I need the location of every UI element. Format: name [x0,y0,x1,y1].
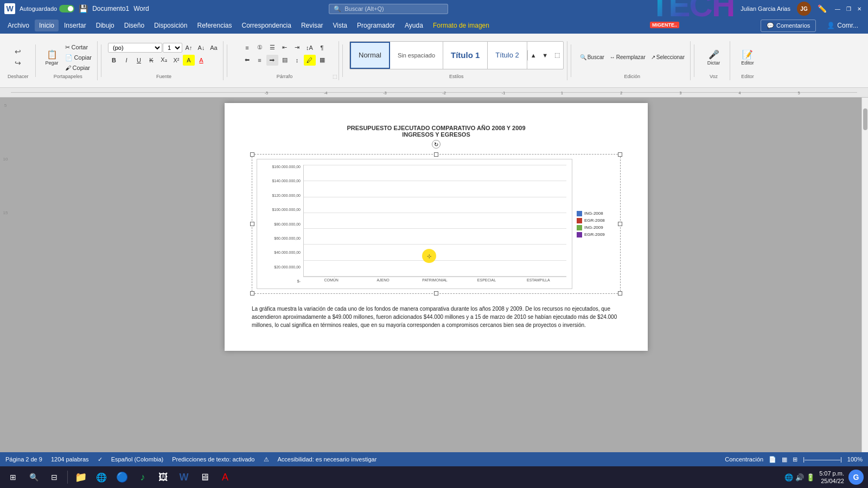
handle-bottom-left[interactable] [250,291,254,296]
style-no-space[interactable]: Sin espaciado [390,42,443,69]
menu-ayuda[interactable]: Ayuda [400,20,427,31]
share-button[interactable]: 👤 Comr... [820,20,865,31]
style-title2[interactable]: Título 2 [488,42,527,69]
network-icon[interactable]: 🌐 [784,473,793,481]
clear-format-button[interactable]: Aa [208,42,220,53]
select-button[interactable]: ↗ Seleccionar [649,53,687,61]
menu-dibujo[interactable]: Dibujo [92,20,119,31]
italic-button[interactable]: I [120,55,132,66]
menu-programador[interactable]: Programador [353,20,399,31]
font-name-selector[interactable]: (po) [108,43,162,53]
undo-button[interactable]: ↩ [11,46,24,57]
menu-revisar[interactable]: Revisar [297,20,328,31]
paste-button[interactable]: 📋 Pegar [42,48,62,67]
menu-correspondencia[interactable]: Correspondencia [238,20,296,31]
zoom-bar[interactable]: |——————| [803,456,842,463]
bold-button[interactable]: B [108,55,120,66]
handle-top-right[interactable] [618,152,622,157]
g-account-button[interactable]: G [848,470,864,485]
layout-icon-3[interactable]: ⊞ [793,456,797,463]
paragraph-expand-icon[interactable]: ⬚ [333,74,337,79]
redo-button[interactable]: ↪ [11,57,24,68]
minimize-button[interactable]: — [833,4,842,13]
restore-button[interactable]: ❐ [844,4,853,13]
borders-button[interactable]: ▦ [316,55,328,66]
decrease-indent-button[interactable]: ⇤ [279,42,291,53]
battery-icon[interactable]: 🔋 [806,473,815,481]
superscript-button[interactable]: X² [170,55,182,66]
scroll-thumb[interactable] [863,108,867,130]
format-paint-button[interactable]: 🖌 Copiar [63,63,94,72]
editor-button[interactable]: 📝 Editor [738,48,757,67]
handle-middle-left[interactable] [250,222,254,226]
menu-disposicion[interactable]: Disposición [150,20,192,31]
styles-expand[interactable]: ⬚ [551,50,563,61]
increase-font-button[interactable]: A↑ [183,42,195,53]
decrease-font-button[interactable]: A↓ [195,42,207,53]
acrobat-button[interactable]: A [216,468,234,486]
menu-inicio[interactable]: Inicio [35,20,59,31]
copy-button[interactable]: 📄 Copiar [63,53,94,62]
start-button[interactable]: ⊞ [4,468,22,486]
handle-top-middle[interactable] [434,152,438,157]
menu-diseno[interactable]: Diseño [120,20,149,31]
document-scroll-area[interactable]: PRESUPUESTO EJECUTADO COMPARATIVO AÑO 20… [11,98,861,452]
rotate-handle[interactable]: ↻ [432,140,441,149]
close-button[interactable]: ✕ [855,4,864,13]
handle-bottom-middle[interactable] [434,291,438,296]
spotify-button[interactable]: ♪ [134,468,151,486]
strikethrough-button[interactable]: K [145,55,157,66]
photos-button[interactable]: 🖼 [155,468,172,486]
autosave-switch[interactable] [59,5,74,12]
terminal-button[interactable]: 🖥 [196,468,213,486]
align-left-button[interactable]: ⬅ [241,55,253,66]
dictate-button[interactable]: 🎤 Dictar [704,48,724,67]
align-center-button[interactable]: ≡ [254,55,266,66]
chart-container[interactable]: $160.000.000,00 $140.000.000,00 $120.000… [252,154,621,294]
layout-icon-2[interactable]: ▦ [782,456,787,463]
subscript-button[interactable]: X₂ [158,55,170,66]
chrome-button[interactable]: 🔵 [113,468,131,486]
align-right-button[interactable]: ⮕ [266,55,278,66]
underline-button[interactable]: U [133,55,145,66]
handle-bottom-right[interactable] [618,291,622,296]
numbering-button[interactable]: ① [254,42,266,53]
line-spacing-button[interactable]: ↕ [291,55,303,66]
font-size-selector[interactable]: 12 [163,43,182,53]
style-normal[interactable]: Normal [350,42,390,69]
file-explorer-button[interactable]: 📁 [72,468,90,486]
replace-button[interactable]: ↔ Reemplazar [608,53,648,61]
handle-middle-right[interactable] [618,222,622,226]
search-button[interactable]: 🔍 Buscar [578,53,607,61]
bullets-button[interactable]: ≡ [241,42,253,53]
word-taskbar-button[interactable]: W [175,468,193,486]
menu-insertar[interactable]: Insertar [60,20,91,31]
autosave-toggle[interactable]: Autoguardado [20,5,74,12]
styles-scroll-up[interactable]: ▲ [527,50,539,61]
styles-scroll-down[interactable]: ▼ [539,50,551,61]
menu-archivo[interactable]: Archivo [3,20,34,31]
title-search[interactable]: 🔍 Buscar (Alt+Q) [329,4,448,14]
style-title1[interactable]: Título 1 [443,42,488,69]
font-color-button[interactable]: A [195,55,207,66]
volume-icon[interactable]: 🔊 [795,473,804,481]
show-marks-button[interactable]: ¶ [316,42,328,53]
highlight-button[interactable]: A [183,55,195,66]
scrollbar-right[interactable] [861,98,868,452]
edge-button[interactable]: 🌐 [93,468,110,486]
shading-button[interactable]: 🖊 [304,55,316,66]
justify-button[interactable]: ▤ [279,55,291,66]
comments-button[interactable]: 💬 Comentarios [761,20,816,32]
focus-mode[interactable]: Concentración [725,456,763,463]
task-view-button[interactable]: ⊟ [46,468,63,486]
search-taskbar-button[interactable]: 🔍 [25,468,42,486]
increase-indent-button[interactable]: ⇥ [291,42,303,53]
cut-button[interactable]: ✂ Cortar [63,43,94,52]
menu-formato-imagen[interactable]: Formato de imagen [429,20,494,31]
menu-referencias[interactable]: Referencias [193,20,236,31]
layout-icon-1[interactable]: 📄 [769,456,776,463]
handle-top-left[interactable] [250,152,254,157]
save-icon[interactable]: 💾 [79,4,88,13]
sort-button[interactable]: ↕A [304,42,316,53]
multilevel-list-button[interactable]: ☰ [266,42,278,53]
